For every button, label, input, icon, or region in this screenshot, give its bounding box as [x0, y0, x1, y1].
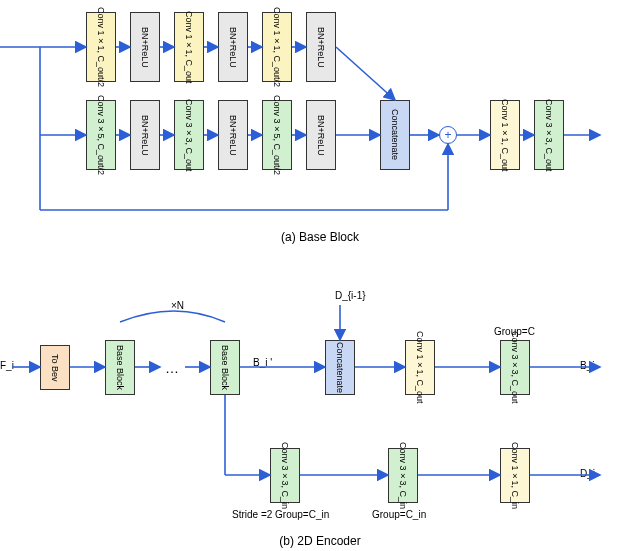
label: Conv 3×3, C_in [398, 442, 408, 509]
conv1x1-a-t2: Conv 1×1, C_out [174, 12, 204, 82]
to-bev: To Bev [40, 345, 70, 390]
caption-b: (b) 2D Encoder [0, 534, 640, 548]
conv3x3-b-top: Conv 3×3, C_out [500, 340, 530, 395]
conv3x5-a-b3: Conv 3×5, C_out/2 [262, 100, 292, 170]
bnrelu-a-b3: BN+ReLU [306, 100, 336, 170]
label: Conv 1×1, C_in [510, 442, 520, 509]
conv1x1-a-t1: Conv 1×1, C_out/2 [86, 12, 116, 82]
bnrelu-a-t2: BN+ReLU [218, 12, 248, 82]
base-block-n: Base Block [210, 340, 240, 395]
concat-b: Concatenate [325, 340, 355, 395]
conv3x3-a-b2: Conv 3×3, C_out [174, 100, 204, 170]
d-in-label: D_{i-1} [335, 290, 366, 301]
base-block-1: Base Block [105, 340, 135, 395]
label: Base Block [220, 345, 230, 390]
add-op: + [439, 126, 457, 144]
conv3x3-a-tail: Conv 3×3, C_out [534, 100, 564, 170]
Bi-out: B_i [580, 360, 594, 371]
label: Base Block [115, 345, 125, 390]
times-n: ×N [171, 300, 184, 311]
conv1x1-a-t3: Conv 1×1, C_out/2 [262, 12, 292, 82]
label: Conv 3×3, C_out [184, 99, 194, 172]
label: BN+ReLU [316, 115, 326, 156]
label: To Bev [50, 354, 60, 382]
concat-a: Concatenate [380, 100, 410, 170]
label: Conv 3×5, C_out/2 [96, 95, 106, 175]
label: BN+ReLU [140, 115, 150, 156]
conv1x1-b-bot: Conv 1×1, C_in [500, 448, 530, 503]
label: Conv 1×1, C_out [500, 99, 510, 172]
bnrelu-a-t1: BN+ReLU [130, 12, 160, 82]
label: Conv 3×3, C_out [544, 99, 554, 172]
group-cin-label: Group=C_in [372, 509, 426, 520]
ellipsis: … [165, 360, 179, 376]
conv3x5-a-b1: Conv 3×5, C_out/2 [86, 100, 116, 170]
label: Concatenate [390, 109, 400, 160]
conv3x3-b-bot2: Conv 3×3, C_in [388, 448, 418, 503]
group-c: Group=C [494, 326, 535, 337]
bnrelu-a-b2: BN+ReLU [218, 100, 248, 170]
conv3x3-b-bot1: Conv 3×3, C_in [270, 448, 300, 503]
stride2-label: Stride =2 Group=C_in [232, 509, 329, 520]
label: BN+ReLU [228, 27, 238, 68]
label: Conv 3×5, C_out/2 [272, 95, 282, 175]
label: Concatenate [335, 342, 345, 393]
label: Conv 1×1, C_out [415, 331, 425, 404]
input-Fi: F_i [0, 360, 14, 371]
label: Conv 3×3, C_in [280, 442, 290, 509]
label: BN+ReLU [228, 115, 238, 156]
conv1x1-b-top: Conv 1×1, C_out [405, 340, 435, 395]
label: BN+ReLU [140, 27, 150, 68]
label: Conv 1×1, C_out [184, 11, 194, 84]
caption-a: (a) Base Block [0, 230, 640, 244]
bnrelu-a-t3: BN+ReLU [306, 12, 336, 82]
label: Conv 1×1, C_out/2 [272, 7, 282, 87]
Di-out: D_i [580, 468, 595, 479]
bnrelu-a-b1: BN+ReLU [130, 100, 160, 170]
label: Conv 1×1, C_out/2 [96, 7, 106, 87]
plus-icon: + [444, 128, 451, 142]
b-prime: B_i ' [253, 357, 272, 368]
label: Conv 3×3, C_out [510, 331, 520, 404]
conv1x1-a-tail: Conv 1×1, C_out [490, 100, 520, 170]
label: BN+ReLU [316, 27, 326, 68]
